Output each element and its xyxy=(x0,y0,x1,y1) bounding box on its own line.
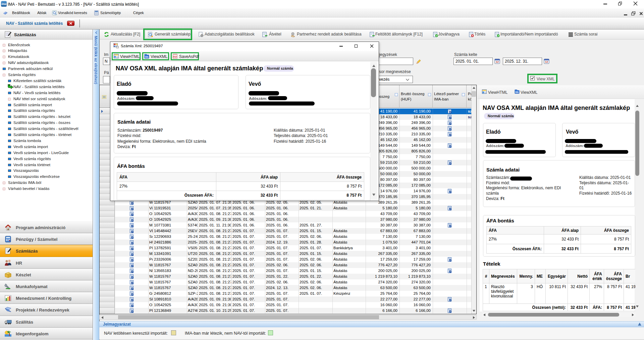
svg-text:ima: ima xyxy=(1,2,6,6)
svg-text:XML: XML xyxy=(515,91,519,93)
svg-text:PDF: PDF xyxy=(173,56,177,58)
svg-text:12: 12 xyxy=(545,60,548,63)
svg-text:XML: XML xyxy=(145,56,149,58)
svg-text:12: 12 xyxy=(496,60,499,63)
